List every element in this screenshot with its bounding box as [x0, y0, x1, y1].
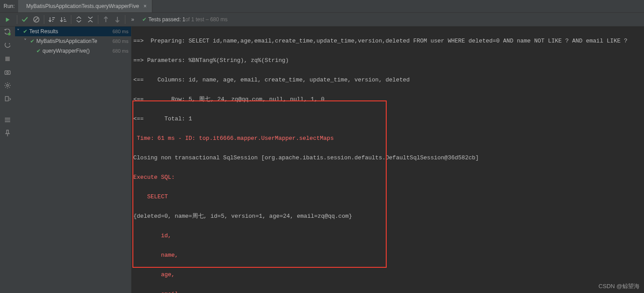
tests-passed-total: of 1 test – 680 ms: [185, 16, 227, 23]
export-icon[interactable]: [4, 95, 12, 103]
tree-node-method[interactable]: ✔ queryWrapperFive() 680 ms: [15, 46, 131, 56]
watermark: CSDN @鲸望海: [598, 282, 640, 290]
test-tree[interactable]: ˅ ✔ Test Results 680 ms ˅ ✔ MyBatisPlusA…: [15, 27, 132, 293]
separator: [44, 15, 44, 24]
svg-rect-16: [5, 71, 10, 74]
svg-point-18: [7, 85, 8, 86]
check-icon: ✔: [30, 38, 35, 44]
sort-alpha-button[interactable]: [58, 14, 69, 25]
separator: [125, 15, 125, 24]
console-line: SELECT: [133, 193, 168, 200]
tests-passed-count: Tests passed: 1: [148, 16, 185, 23]
console-line: <== Columns: id, name, age, email, creat…: [133, 77, 410, 83]
svg-line-3: [35, 18, 38, 21]
run-config-title: MyBatisPlusApplicationTests.queryWrapper…: [26, 3, 139, 9]
tests-passed-label: ✔ Tests passed: 1 of 1 test – 680 ms: [142, 16, 228, 23]
run-toolbar: » ✔ Tests passed: 1 of 1 test – 680 ms: [0, 13, 644, 27]
expand-all-button[interactable]: [73, 14, 85, 25]
console-line: ==> Preparing: SELECT id,name,age,email,…: [133, 38, 628, 44]
show-passed-button[interactable]: [19, 14, 31, 25]
pin-icon[interactable]: [4, 129, 12, 137]
console-line: <== Total: 1: [133, 116, 192, 122]
tree-node-label: queryWrapperFive(): [43, 48, 89, 54]
console-line: email,: [133, 291, 182, 293]
dump-icon[interactable]: [4, 68, 12, 76]
tree-node-time: 680 ms: [113, 48, 128, 54]
console-line: ==> Parameters: %BNTang%(String), zq%(St…: [133, 57, 289, 64]
run-config-tab[interactable]: MyBatisPlusApplicationTests.queryWrapper…: [18, 0, 152, 12]
left-gutter: [0, 27, 15, 293]
settings-icon[interactable]: [4, 81, 12, 89]
console-line: id,: [133, 232, 171, 239]
chevron-down-icon: ˅: [17, 28, 22, 35]
check-icon: ✔: [36, 48, 41, 54]
separator: [98, 15, 98, 24]
svg-rect-15: [5, 57, 10, 61]
check-icon: ✔: [23, 28, 27, 35]
console-line: Closing non transactional SqlSession [or…: [133, 154, 479, 161]
svg-point-14: [8, 33, 11, 35]
console-line: name,: [133, 252, 178, 258]
tree-root-time: 680 ms: [113, 29, 128, 34]
rerun-failed-icon[interactable]: [4, 28, 12, 36]
console-line: age,: [133, 271, 175, 278]
stop-icon[interactable]: [4, 55, 12, 63]
tree-root-label: Test Results: [29, 28, 58, 35]
rerun-button[interactable]: [0, 13, 15, 26]
separator: [17, 15, 17, 24]
console-line: {deleted=0, name=周七, id=5, version=1, ag…: [133, 213, 352, 220]
console-line: Time: 61 ms - ID: top.it6666.mapper.User…: [133, 135, 334, 142]
svg-point-17: [7, 72, 8, 73]
run-label: Run:: [0, 3, 18, 9]
check-icon: ✔: [142, 16, 147, 23]
tree-node-class[interactable]: ˅ ✔ MyBatisPlusApplicationTe 680 ms: [15, 36, 131, 46]
show-ignored-button[interactable]: [31, 14, 42, 25]
tree-root[interactable]: ˅ ✔ Test Results 680 ms: [15, 27, 131, 36]
console-line: <== Row: 5, 周七, 24, zq@qq.com, null, nul…: [133, 96, 325, 103]
annotation-box: [132, 100, 387, 268]
console-line: Execute SQL:: [133, 174, 175, 181]
next-test-button[interactable]: [112, 14, 123, 25]
chevron-down-icon: ˅: [24, 38, 29, 44]
sort-button[interactable]: [46, 14, 58, 25]
tab-bar: Run: MyBatisPlusApplicationTests.queryWr…: [0, 0, 644, 13]
svg-rect-19: [5, 96, 8, 101]
more-button[interactable]: »: [127, 14, 139, 25]
prev-test-button[interactable]: [100, 14, 112, 25]
history-icon[interactable]: [4, 116, 12, 124]
collapse-all-button[interactable]: [85, 14, 96, 25]
toggle-auto-icon[interactable]: [4, 42, 12, 50]
console-output[interactable]: ==> Preparing: SELECT id,name,age,email,…: [132, 27, 644, 293]
separator: [71, 15, 71, 24]
close-icon[interactable]: ×: [144, 3, 147, 9]
tree-node-time: 680 ms: [113, 39, 128, 44]
tree-node-label: MyBatisPlusApplicationTe: [36, 38, 97, 44]
